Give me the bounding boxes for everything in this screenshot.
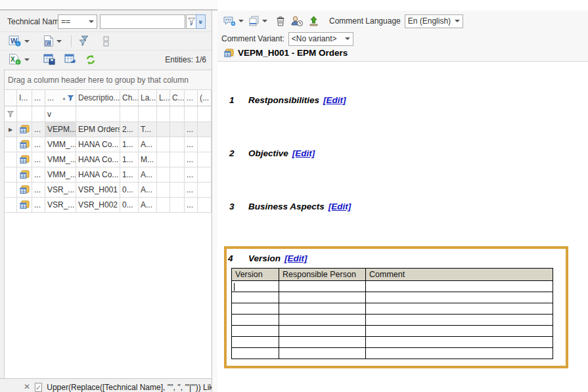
filter-options-button[interactable]: » [186, 14, 206, 29]
cell[interactable]: A... [139, 183, 157, 198]
edit-link[interactable]: [Edit] [292, 148, 315, 158]
responsible-person-cell[interactable] [279, 281, 366, 292]
comment-variant-select[interactable]: <No variant> [288, 32, 353, 46]
cell[interactable] [198, 152, 212, 167]
cell-description[interactable]: VSR_H001 [76, 183, 120, 198]
chevron-down-icon[interactable] [262, 20, 267, 22]
cell[interactable]: A... [139, 198, 157, 213]
responsible-person-cell[interactable] [279, 348, 366, 359]
comment-history-button[interactable] [290, 14, 304, 28]
refresh-button[interactable] [83, 53, 98, 67]
version-cell[interactable] [232, 348, 279, 359]
cell[interactable]: A... [139, 167, 157, 183]
apply-filters-button[interactable] [77, 34, 92, 49]
cell-technical-name[interactable]: VSR_... [45, 198, 76, 213]
column-filter-icon[interactable] [68, 95, 74, 101]
panel-splitter[interactable] [212, 11, 217, 392]
excel-export-button[interactable]: X [7, 53, 23, 67]
technical-name-input[interactable] [100, 14, 185, 29]
filter-cell[interactable] [120, 106, 139, 122]
cell[interactable] [198, 198, 212, 213]
table-row[interactable]: ... VSR_... VSR_H002 0... A... ... [5, 198, 212, 213]
cell[interactable]: 1... [120, 167, 139, 183]
cell[interactable]: ... [185, 122, 198, 137]
cell[interactable]: ... [185, 183, 198, 198]
cell[interactable]: A... [139, 137, 157, 152]
responsible-person-cell[interactable] [279, 303, 366, 315]
comment-cell[interactable] [366, 303, 553, 315]
edit-link[interactable]: [Edit] [323, 95, 346, 105]
cell[interactable] [198, 167, 212, 183]
cell[interactable] [170, 152, 185, 167]
comment-cell[interactable] [366, 348, 553, 359]
comment-cell[interactable] [366, 292, 553, 303]
cell[interactable]: 0... [120, 198, 139, 213]
cell[interactable]: 0... [120, 183, 139, 198]
cell[interactable] [198, 183, 212, 198]
cell[interactable] [157, 122, 170, 137]
cell[interactable]: ... [32, 167, 45, 183]
cell-description[interactable]: HANA Co... [76, 152, 120, 167]
cell[interactable]: ... [185, 152, 198, 167]
cell-technical-name[interactable]: VMM_... [45, 167, 76, 183]
cell-technical-name[interactable]: VSR_... [45, 183, 76, 198]
cell[interactable] [170, 122, 185, 137]
cell-description[interactable]: EPM Orders [76, 122, 120, 137]
cell[interactable] [170, 198, 185, 213]
cell[interactable] [198, 137, 212, 152]
load-layout-button[interactable] [62, 53, 78, 67]
delete-comment-button[interactable] [275, 14, 286, 28]
column-header[interactable]: Ch... [120, 90, 139, 106]
comment-button[interactable] [222, 14, 237, 28]
word-export-button[interactable]: W [7, 34, 23, 49]
filter-enabled-checkbox[interactable]: ✓ [35, 383, 42, 392]
cell[interactable]: 1... [120, 137, 139, 152]
cell[interactable] [157, 167, 170, 183]
version-cell[interactable] [232, 292, 279, 303]
column-header[interactable]: L... [157, 90, 170, 106]
filter-cell-technical-name[interactable]: v [45, 106, 76, 122]
cell[interactable] [157, 183, 170, 198]
comment-cell[interactable] [366, 326, 553, 337]
filter-cell[interactable] [157, 106, 170, 122]
version-cell[interactable] [232, 315, 279, 326]
version-cell[interactable] [232, 326, 279, 337]
filter-cell[interactable] [17, 106, 32, 122]
cell[interactable]: M... [139, 152, 157, 167]
filter-cell[interactable] [170, 106, 185, 122]
filter-cell[interactable] [76, 106, 120, 122]
column-header-icon[interactable]: I... [17, 90, 32, 106]
edit-link[interactable]: [Edit] [284, 253, 307, 263]
responsible-person-cell[interactable] [279, 292, 366, 303]
filter-cell[interactable] [32, 106, 45, 122]
responsible-person-cell[interactable] [279, 337, 366, 348]
filter-cell[interactable] [139, 106, 157, 122]
edit-link[interactable]: [Edit] [328, 202, 351, 211]
column-header[interactable]: ... [185, 90, 198, 106]
chevron-down-icon[interactable] [238, 20, 244, 22]
comment-cell[interactable] [366, 337, 553, 348]
table-row[interactable]: ... VMM_... HANA Co... 1... A... ... [5, 137, 212, 152]
column-header-description[interactable]: Descriptio... [76, 90, 120, 106]
table-row[interactable]: ... VSR_... VSR_H001 0... A... ... [5, 183, 212, 198]
cell[interactable] [157, 137, 170, 152]
responsible-person-cell[interactable] [279, 326, 366, 337]
cell-description[interactable]: HANA Co... [76, 167, 120, 183]
cell[interactable]: ... [185, 198, 198, 213]
cell[interactable]: T... [139, 122, 157, 137]
cell[interactable]: ... [32, 137, 45, 152]
cell[interactable]: 1... [120, 152, 139, 167]
chevron-down-icon[interactable] [57, 40, 62, 43]
cell-description[interactable]: VSR_H002 [76, 198, 120, 213]
filter-cell[interactable] [198, 106, 212, 122]
chevron-down-icon[interactable] [24, 58, 30, 61]
responsible-person-cell[interactable] [279, 315, 366, 326]
cell[interactable]: ... [32, 122, 45, 137]
table-row[interactable]: ▶ ... VEPM... EPM Orders 2... T... ... [5, 122, 212, 137]
version-cell[interactable] [232, 281, 279, 292]
chevron-down-icon[interactable] [24, 40, 30, 43]
comment-cell[interactable] [366, 315, 553, 326]
cell-technical-name[interactable]: VEPM... [45, 122, 76, 137]
cell[interactable]: ... [185, 167, 198, 183]
word-document-button[interactable]: W [41, 34, 55, 49]
